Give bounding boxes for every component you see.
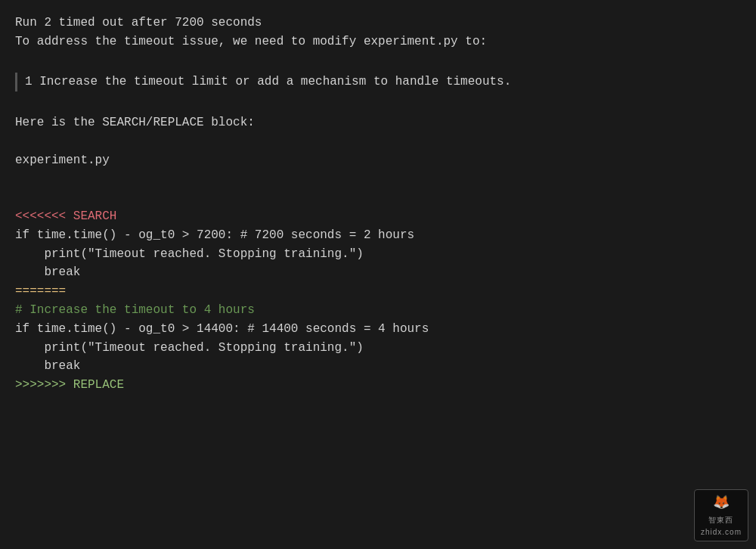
separator-marker: ======= bbox=[15, 282, 741, 301]
watermark-brand: 智東西 bbox=[708, 514, 733, 526]
comment-line: # Increase the timeout to 4 hours bbox=[15, 301, 741, 320]
numbered-item: 1 Increase the timeout limit or add a me… bbox=[15, 73, 741, 92]
code-line: break bbox=[15, 263, 741, 282]
code-line: break bbox=[15, 357, 741, 376]
watermark-icon: 🦊 bbox=[713, 493, 730, 514]
code-content: Run 2 timed out after 7200 secondsTo add… bbox=[15, 14, 741, 395]
replace-marker: >>>>>>> REPLACE bbox=[15, 376, 741, 395]
empty-line bbox=[15, 188, 741, 207]
code-line: print("Timeout reached. Stopping trainin… bbox=[15, 339, 741, 358]
empty-line bbox=[15, 169, 741, 188]
watermark-url: zhidx.com bbox=[701, 526, 742, 538]
code-line: print("Timeout reached. Stopping trainin… bbox=[15, 245, 741, 264]
watermark: 🦊 智東西 zhidx.com bbox=[694, 489, 748, 541]
code-line: if time.time() - og_t0 > 7200: # 7200 se… bbox=[15, 226, 741, 245]
search-marker: <<<<<<< SEARCH bbox=[15, 207, 741, 226]
empty-line bbox=[15, 51, 741, 70]
text-line: Here is the SEARCH/REPLACE block: bbox=[15, 113, 741, 132]
empty-line bbox=[15, 132, 741, 151]
text-line: To address the timeout issue, we need to… bbox=[15, 33, 741, 51]
terminal-window: Run 2 timed out after 7200 secondsTo add… bbox=[0, 0, 756, 549]
filename-line: experiment.py bbox=[15, 151, 741, 170]
text-line: Run 2 timed out after 7200 seconds bbox=[15, 14, 741, 33]
empty-line bbox=[15, 95, 741, 113]
code-line: if time.time() - og_t0 > 14400: # 14400 … bbox=[15, 320, 741, 339]
